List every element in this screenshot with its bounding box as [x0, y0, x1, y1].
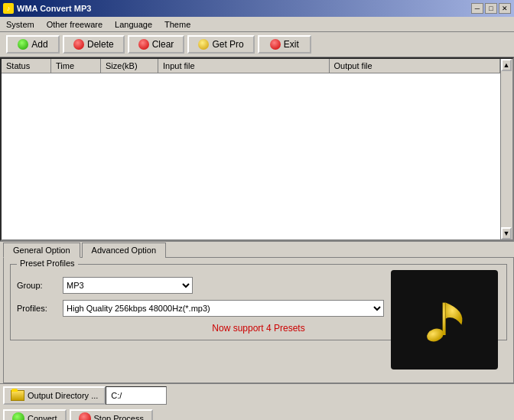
tab-content: Preset Profiles Group: MP3 WMA OGG AAC P… — [3, 257, 514, 383]
group-label: Group: — [17, 281, 63, 290]
delete-button[interactable]: Delete — [63, 35, 125, 54]
stop-process-button[interactable]: Stop Process — [70, 409, 153, 420]
svg-rect-1 — [443, 303, 446, 335]
minimize-button[interactable]: ─ — [471, 3, 483, 14]
tab-bar: General Option Advanced Option — [3, 242, 514, 257]
convert-icon — [12, 412, 24, 420]
menu-system[interactable]: System — [3, 18, 37, 31]
folder-icon — [11, 390, 24, 401]
table-header: Status Time Size(kB) Input file Output f… — [2, 59, 500, 73]
table-body — [2, 73, 500, 226]
group-select[interactable]: MP3 WMA OGG AAC — [63, 277, 193, 294]
svg-point-0 — [425, 327, 446, 344]
clear-icon — [138, 39, 149, 50]
scroll-down[interactable]: ▼ — [501, 227, 512, 239]
convert-label: Convert — [28, 414, 57, 420]
profiles-label: Profiles: — [17, 304, 63, 313]
stop-icon — [79, 412, 91, 420]
scroll-track — [501, 71, 512, 227]
convert-button[interactable]: Convert — [3, 409, 67, 420]
delete-icon — [73, 39, 84, 50]
music-note-image — [391, 270, 498, 370]
col-status: Status — [2, 59, 51, 73]
scrollbar-vertical[interactable]: ▲ ▼ — [500, 59, 512, 239]
col-input: Input file — [158, 59, 330, 73]
menu-language[interactable]: Language — [112, 18, 155, 31]
maximize-button[interactable]: □ — [485, 3, 497, 14]
add-icon — [18, 39, 28, 50]
add-button[interactable]: Add — [6, 35, 60, 54]
stop-process-label: Stop Process — [94, 414, 144, 420]
general-option-content: Preset Profiles Group: MP3 WMA OGG AAC P… — [10, 264, 507, 340]
exit-button[interactable]: Exit — [258, 35, 311, 54]
col-output: Output file — [330, 59, 501, 73]
output-directory-button[interactable]: Output Directory ... — [3, 386, 106, 405]
clear-button[interactable]: Clear — [128, 35, 185, 54]
profiles-select[interactable]: High Quality 256kbps 48000Hz(*.mp3) Stan… — [63, 300, 384, 317]
get-pro-button[interactable]: Get Pro — [187, 35, 254, 54]
tab-area: General Option Advanced Option Preset Pr… — [0, 241, 514, 383]
output-directory-bar: Output Directory ... C:/ — [0, 383, 514, 407]
menu-theme[interactable]: Theme — [161, 18, 194, 31]
window-title: WMA Convert MP3 — [17, 4, 91, 13]
tab-advanced-option[interactable]: Advanced Option — [82, 243, 166, 258]
col-time: Time — [51, 59, 101, 73]
file-list: Status Time Size(kB) Input file Output f… — [2, 59, 500, 239]
file-list-container: Status Time Size(kB) Input file Output f… — [0, 57, 514, 241]
close-button[interactable]: ✕ — [499, 3, 511, 14]
scroll-up[interactable]: ▲ — [501, 59, 512, 71]
window-controls: ─ □ ✕ — [471, 3, 511, 14]
tab-general-option[interactable]: General Option — [3, 243, 80, 258]
music-note-svg — [414, 289, 475, 350]
action-bar: Convert Stop Process — [0, 407, 514, 420]
exit-icon — [270, 39, 281, 50]
toolbar: Add Delete Clear Get Pro Exit — [0, 32, 514, 57]
col-size: Size(kB) — [101, 59, 158, 73]
menu-other-freeware[interactable]: Other freeware — [44, 18, 106, 31]
output-path-display: C:/ — [106, 386, 167, 405]
preset-legend: Preset Profiles — [17, 259, 78, 268]
app-icon: ♪ — [3, 3, 14, 14]
menu-bar: System Other freeware Language Theme — [0, 17, 514, 32]
title-bar: ♪ WMA Convert MP3 ─ □ ✕ — [0, 0, 514, 17]
get-pro-icon — [198, 39, 209, 50]
output-directory-label: Output Directory ... — [28, 391, 98, 400]
